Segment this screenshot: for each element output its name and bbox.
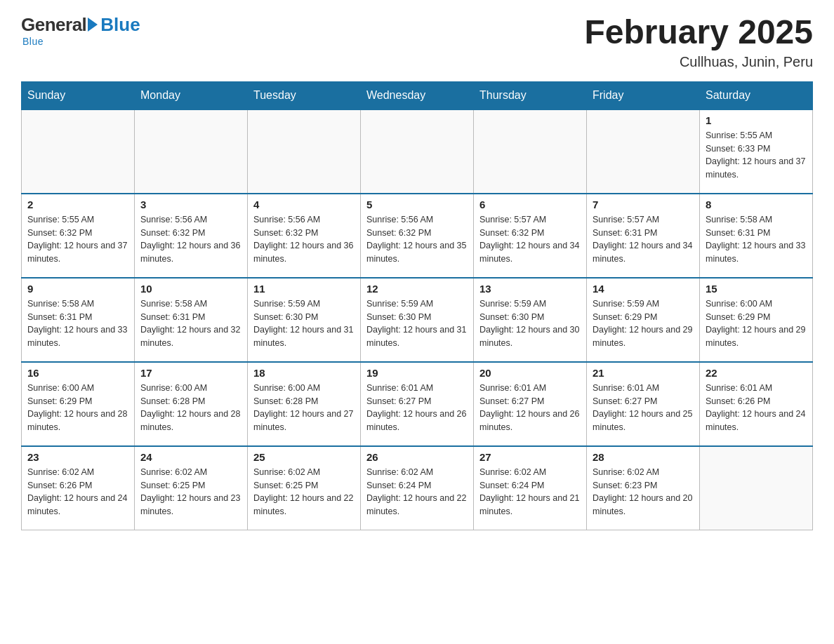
day-number: 6	[479, 199, 581, 210]
logo-triangle-icon	[88, 18, 98, 32]
calendar-cell: 24Sunrise: 6:02 AMSunset: 6:25 PMDayligh…	[135, 446, 248, 530]
calendar-cell: 23Sunrise: 6:02 AMSunset: 6:26 PMDayligh…	[22, 446, 135, 530]
day-info: Sunrise: 6:02 AMSunset: 6:24 PMDaylight:…	[479, 466, 581, 518]
day-number: 9	[27, 283, 128, 295]
day-info: Sunrise: 6:02 AMSunset: 6:23 PMDaylight:…	[593, 466, 694, 518]
calendar-cell	[248, 109, 361, 194]
day-info: Sunrise: 6:01 AMSunset: 6:26 PMDaylight:…	[706, 382, 807, 434]
calendar-table: SundayMondayTuesdayWednesdayThursdayFrid…	[21, 81, 813, 531]
calendar-cell	[474, 109, 587, 194]
week-row: 1Sunrise: 5:55 AMSunset: 6:33 PMDaylight…	[22, 109, 813, 194]
day-number: 1	[706, 114, 807, 126]
day-info: Sunrise: 6:01 AMSunset: 6:27 PMDaylight:…	[593, 382, 694, 434]
day-info: Sunrise: 6:02 AMSunset: 6:25 PMDaylight:…	[253, 466, 355, 518]
day-of-week-header: Saturday	[700, 81, 813, 109]
calendar-cell: 14Sunrise: 5:59 AMSunset: 6:29 PMDayligh…	[587, 278, 700, 362]
day-info: Sunrise: 6:00 AMSunset: 6:28 PMDaylight:…	[140, 382, 241, 434]
day-info: Sunrise: 5:58 AMSunset: 6:31 PMDaylight:…	[27, 297, 128, 350]
day-info: Sunrise: 5:58 AMSunset: 6:31 PMDaylight:…	[140, 297, 241, 350]
day-info: Sunrise: 5:57 AMSunset: 6:31 PMDaylight:…	[593, 213, 694, 266]
day-number: 27	[479, 451, 581, 463]
week-row: 16Sunrise: 6:00 AMSunset: 6:29 PMDayligh…	[22, 362, 813, 446]
day-info: Sunrise: 6:01 AMSunset: 6:27 PMDaylight:…	[366, 382, 468, 434]
day-number: 24	[140, 451, 241, 463]
day-number: 4	[253, 199, 355, 210]
title-block: February 2025 Cullhuas, Junin, Peru	[584, 14, 813, 70]
calendar-cell: 22Sunrise: 6:01 AMSunset: 6:26 PMDayligh…	[700, 362, 813, 446]
calendar-cell: 11Sunrise: 5:59 AMSunset: 6:30 PMDayligh…	[248, 278, 361, 362]
day-info: Sunrise: 5:59 AMSunset: 6:29 PMDaylight:…	[593, 297, 694, 350]
calendar-cell: 10Sunrise: 5:58 AMSunset: 6:31 PMDayligh…	[135, 278, 248, 362]
day-info: Sunrise: 6:01 AMSunset: 6:27 PMDaylight:…	[479, 382, 581, 434]
day-number: 18	[253, 367, 355, 379]
day-number: 25	[253, 451, 355, 463]
day-info: Sunrise: 6:00 AMSunset: 6:28 PMDaylight:…	[253, 382, 355, 434]
day-number: 21	[593, 367, 694, 379]
logo-general-text: General	[21, 14, 86, 36]
day-info: Sunrise: 5:57 AMSunset: 6:32 PMDaylight:…	[479, 213, 581, 266]
day-number: 2	[27, 199, 128, 210]
day-number: 13	[479, 283, 581, 295]
calendar-cell: 18Sunrise: 6:00 AMSunset: 6:28 PMDayligh…	[248, 362, 361, 446]
calendar-cell: 21Sunrise: 6:01 AMSunset: 6:27 PMDayligh…	[587, 362, 700, 446]
day-number: 20	[479, 367, 581, 379]
day-info: Sunrise: 5:56 AMSunset: 6:32 PMDaylight:…	[253, 213, 355, 266]
day-number: 10	[140, 283, 241, 295]
day-info: Sunrise: 5:56 AMSunset: 6:32 PMDaylight:…	[140, 213, 241, 266]
calendar-cell: 6Sunrise: 5:57 AMSunset: 6:32 PMDaylight…	[474, 194, 587, 278]
day-number: 5	[366, 199, 468, 210]
calendar-cell: 8Sunrise: 5:58 AMSunset: 6:31 PMDaylight…	[700, 194, 813, 278]
day-info: Sunrise: 6:02 AMSunset: 6:25 PMDaylight:…	[140, 466, 241, 518]
day-number: 26	[366, 451, 468, 463]
week-row: 9Sunrise: 5:58 AMSunset: 6:31 PMDaylight…	[22, 278, 813, 362]
calendar-cell: 4Sunrise: 5:56 AMSunset: 6:32 PMDaylight…	[248, 194, 361, 278]
calendar-cell	[361, 109, 474, 194]
day-number: 17	[140, 367, 241, 379]
day-info: Sunrise: 5:58 AMSunset: 6:31 PMDaylight:…	[706, 213, 807, 266]
day-info: Sunrise: 6:02 AMSunset: 6:26 PMDaylight:…	[27, 466, 128, 518]
calendar-cell: 3Sunrise: 5:56 AMSunset: 6:32 PMDaylight…	[135, 194, 248, 278]
calendar-cell	[587, 109, 700, 194]
page-header: General Blue Blue February 2025 Cullhuas…	[21, 14, 813, 70]
calendar-cell: 25Sunrise: 6:02 AMSunset: 6:25 PMDayligh…	[248, 446, 361, 530]
calendar-cell: 26Sunrise: 6:02 AMSunset: 6:24 PMDayligh…	[361, 446, 474, 530]
day-number: 14	[593, 283, 694, 295]
day-number: 7	[593, 199, 694, 210]
calendar-cell: 12Sunrise: 5:59 AMSunset: 6:30 PMDayligh…	[361, 278, 474, 362]
calendar-cell: 2Sunrise: 5:55 AMSunset: 6:32 PMDaylight…	[22, 194, 135, 278]
day-number: 8	[706, 199, 807, 210]
day-number: 23	[27, 451, 128, 463]
day-info: Sunrise: 5:56 AMSunset: 6:32 PMDaylight:…	[366, 213, 468, 266]
day-info: Sunrise: 6:00 AMSunset: 6:29 PMDaylight:…	[27, 382, 128, 434]
day-number: 3	[140, 199, 241, 210]
calendar-cell	[700, 446, 813, 530]
calendar-header-row: SundayMondayTuesdayWednesdayThursdayFrid…	[22, 81, 813, 109]
calendar-cell: 19Sunrise: 6:01 AMSunset: 6:27 PMDayligh…	[361, 362, 474, 446]
calendar-cell: 15Sunrise: 6:00 AMSunset: 6:29 PMDayligh…	[700, 278, 813, 362]
day-info: Sunrise: 5:55 AMSunset: 6:32 PMDaylight:…	[27, 213, 128, 266]
logo: General Blue Blue	[21, 14, 140, 47]
calendar-cell: 5Sunrise: 5:56 AMSunset: 6:32 PMDaylight…	[361, 194, 474, 278]
day-of-week-header: Monday	[135, 81, 248, 109]
day-of-week-header: Thursday	[474, 81, 587, 109]
calendar-cell: 1Sunrise: 5:55 AMSunset: 6:33 PMDaylight…	[700, 109, 813, 194]
day-number: 16	[27, 367, 128, 379]
day-number: 12	[366, 283, 468, 295]
day-number: 22	[706, 367, 807, 379]
calendar-cell: 13Sunrise: 5:59 AMSunset: 6:30 PMDayligh…	[474, 278, 587, 362]
day-info: Sunrise: 5:59 AMSunset: 6:30 PMDaylight:…	[479, 297, 581, 350]
calendar-cell	[135, 109, 248, 194]
calendar-cell: 28Sunrise: 6:02 AMSunset: 6:23 PMDayligh…	[587, 446, 700, 530]
calendar-cell: 9Sunrise: 5:58 AMSunset: 6:31 PMDaylight…	[22, 278, 135, 362]
calendar-cell: 16Sunrise: 6:00 AMSunset: 6:29 PMDayligh…	[22, 362, 135, 446]
calendar-cell	[22, 109, 135, 194]
day-number: 15	[706, 283, 807, 295]
month-year-title: February 2025	[584, 14, 813, 51]
logo-underline: Blue	[22, 36, 44, 47]
calendar-cell: 7Sunrise: 5:57 AMSunset: 6:31 PMDaylight…	[587, 194, 700, 278]
week-row: 23Sunrise: 6:02 AMSunset: 6:26 PMDayligh…	[22, 446, 813, 530]
day-of-week-header: Sunday	[22, 81, 135, 109]
day-of-week-header: Tuesday	[248, 81, 361, 109]
location-subtitle: Cullhuas, Junin, Peru	[584, 54, 813, 70]
day-info: Sunrise: 6:00 AMSunset: 6:29 PMDaylight:…	[706, 297, 807, 350]
